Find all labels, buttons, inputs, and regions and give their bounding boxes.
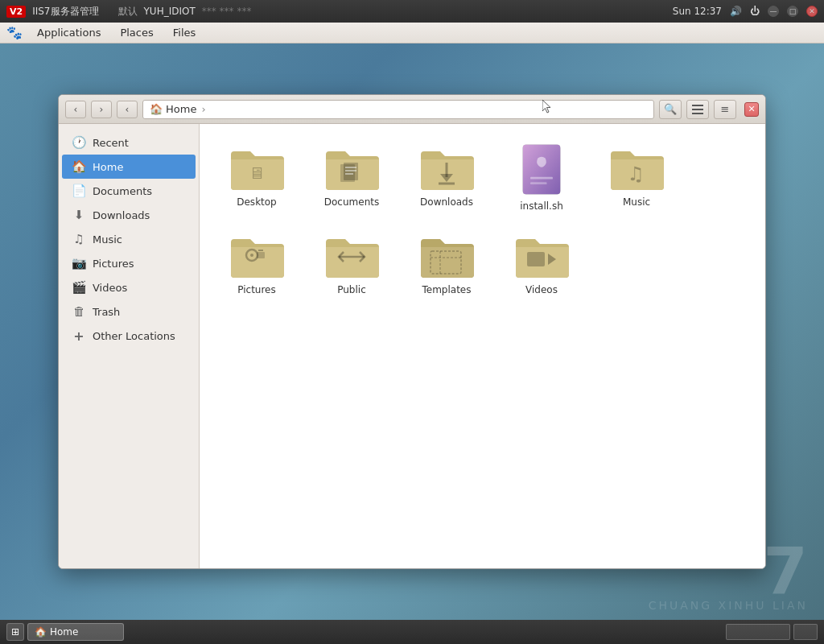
taskbar-home-icon: 🏠 (35, 626, 47, 638)
svg-rect-13 (523, 145, 560, 194)
maximize-button[interactable]: □ (787, 6, 798, 17)
menu-places[interactable]: Places (112, 25, 161, 40)
search-button[interactable]: 🔍 (659, 100, 682, 119)
svg-rect-15 (530, 182, 546, 184)
sidebar-label-pictures: Pictures (93, 258, 134, 270)
back-button[interactable]: ‹ (65, 101, 86, 118)
sidebar-label-trash: Trash (93, 306, 120, 318)
sidebar-item-trash[interactable]: 🗑 Trash (62, 299, 196, 324)
title-bar: ‹ › ‹ 🏠 Home › 🔍 ≡ ✕ (59, 95, 765, 124)
location-text: Home (166, 103, 196, 115)
videos-folder-icon (513, 231, 571, 279)
install-sh-label: install.sh (520, 200, 563, 212)
watermark-sub: CHUANG XINHU LIAN (649, 599, 808, 612)
desktop: 7 CHUANG XINHU LIAN ‹ › ‹ 🏠 Home › 🔍 ≡ ✕ (0, 43, 824, 620)
music-folder-icon: ♫ (608, 143, 665, 192)
sidebar-item-recent[interactable]: 🕐 Recent (62, 130, 196, 155)
sidebar-item-downloads[interactable]: ⬇ Downloads (62, 203, 196, 227)
sidebar-label-music: Music (93, 233, 122, 246)
svg-point-18 (250, 254, 253, 257)
sidebar-item-documents[interactable]: 📄 Documents (62, 179, 196, 203)
system-bar-left: V2 IIS7服务器管理 默认 YUH_IDIOT *** *** *** (6, 5, 251, 19)
desktop-label: Desktop (237, 196, 277, 208)
app-menu-bar: 🐾 Applications Places Files (0, 23, 824, 43)
file-item-music[interactable]: ♫ Music (592, 137, 681, 218)
pictures-folder-icon (228, 231, 286, 279)
taskbar-right (726, 624, 818, 640)
downloads-folder-icon (418, 143, 476, 192)
file-item-templates[interactable]: Templates (402, 225, 491, 302)
power-icon[interactable]: ⏻ (750, 6, 760, 17)
documents-icon: 📄 (72, 184, 86, 198)
system-bar-right: Sun 12:37 🔊 ⏻ — □ ✕ (673, 6, 818, 17)
sidebar-item-pictures[interactable]: 📷 Pictures (62, 251, 196, 275)
file-item-install-sh[interactable]: install.sh (497, 137, 586, 218)
file-item-documents[interactable]: Documents (307, 137, 396, 218)
svg-text:🖥: 🖥 (249, 163, 265, 183)
install-sh-icon (517, 143, 566, 196)
system-bar: V2 IIS7服务器管理 默认 YUH_IDIOT *** *** *** Su… (0, 0, 824, 23)
profile-label: 默认 (118, 5, 138, 19)
sidebar: 🕐 Recent 🏠 Home 📄 Documents ⬇ Downloads … (59, 124, 200, 568)
window-close-button[interactable]: ✕ (744, 102, 759, 117)
main-content: 🕐 Recent 🏠 Home 📄 Documents ⬇ Downloads … (59, 124, 765, 568)
music-icon: ♫ (72, 232, 86, 246)
sidebar-item-videos[interactable]: 🎬 Videos (62, 275, 196, 299)
svg-rect-0 (692, 105, 703, 106)
sidebar-label-recent: Recent (93, 137, 129, 149)
sidebar-item-home[interactable]: 🏠 Home (62, 155, 196, 179)
close-button[interactable]: ✕ (806, 6, 818, 17)
public-label: Public (337, 284, 366, 295)
templates-folder-icon (418, 231, 476, 279)
videos-label: Videos (525, 284, 558, 295)
home-icon: 🏠 (72, 159, 86, 174)
taskbar-home-item[interactable]: 🏠 Home (27, 623, 124, 641)
menu-files[interactable]: Files (165, 25, 204, 40)
file-item-pictures[interactable]: Pictures (212, 225, 301, 302)
sidebar-item-other-locations[interactable]: + Other Locations (62, 324, 196, 349)
system-bar-title: IIS7服务器管理 (32, 5, 98, 19)
svg-rect-25 (527, 252, 545, 266)
recent-icon: 🕐 (72, 135, 86, 150)
sidebar-label-home: Home (93, 161, 123, 173)
svg-rect-2 (692, 113, 703, 114)
sidebar-label-other-locations: Other Locations (93, 330, 175, 342)
taskbar-extra1[interactable] (793, 624, 818, 640)
pictures-label: Pictures (237, 284, 276, 295)
taskbar-apps-button[interactable]: ⊞ (6, 623, 24, 641)
svg-rect-1 (692, 109, 703, 110)
file-item-desktop[interactable]: 🖥 Desktop (212, 137, 301, 218)
file-item-videos[interactable]: Videos (497, 225, 586, 302)
sidebar-label-downloads: Downloads (93, 209, 150, 221)
music-label: Music (623, 196, 650, 208)
list-view-button[interactable] (686, 100, 709, 119)
taskbar-home-label: Home (50, 626, 78, 638)
menu-button[interactable]: ≡ (714, 100, 736, 119)
pictures-icon: 📷 (72, 256, 86, 270)
templates-label: Templates (422, 284, 471, 295)
sidebar-item-music[interactable]: ♫ Music (62, 227, 196, 251)
volume-icon[interactable]: 🔊 (730, 6, 742, 17)
minimize-button[interactable]: — (768, 6, 779, 17)
menu-applications[interactable]: Applications (29, 25, 109, 40)
taskbar-search-bar (726, 624, 790, 640)
gnome-logo: 🐾 (6, 25, 23, 40)
trash-icon: 🗑 (72, 304, 86, 319)
home-icon-small: 🏠 (150, 103, 163, 115)
app-logo: V2 (6, 6, 26, 18)
sidebar-label-documents: Documents (93, 185, 152, 197)
clock: Sun 12:37 (673, 6, 722, 17)
svg-rect-19 (257, 252, 265, 258)
ip-label: *** *** *** (202, 6, 252, 17)
file-item-public[interactable]: Public (307, 225, 396, 302)
documents-label: Documents (324, 196, 379, 208)
forward-button[interactable]: › (91, 101, 112, 118)
up-button[interactable]: ‹ (117, 101, 138, 118)
other-locations-icon: + (72, 328, 86, 344)
taskbar: ⊞ 🏠 Home (0, 620, 824, 644)
public-folder-icon (323, 231, 381, 279)
list-view-icon (692, 105, 703, 114)
svg-rect-5 (344, 163, 358, 180)
file-item-downloads[interactable]: Downloads (402, 137, 491, 218)
location-bar[interactable]: 🏠 Home › (142, 100, 654, 119)
